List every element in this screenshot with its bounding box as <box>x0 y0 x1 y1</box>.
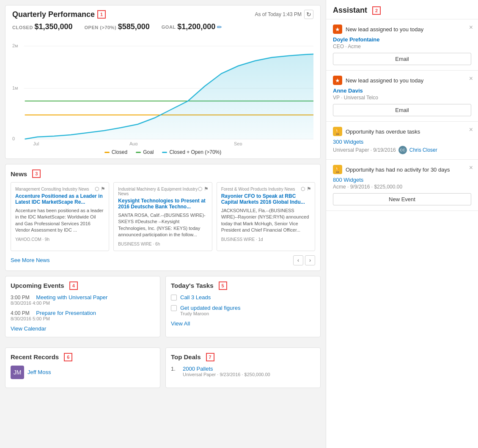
events-title: Upcoming Events <box>11 282 64 289</box>
svg-marker-9 <box>25 54 313 139</box>
email-button-0[interactable]: Email <box>333 53 471 65</box>
news-footer-0: YAHOO.COM · 9h <box>15 237 104 242</box>
record-initials-0: JM <box>14 369 22 376</box>
opp-sub-2: Universal Paper · 9/19/2016 CC Chris Clo… <box>333 146 471 154</box>
todays-tasks-section: Today's Tasks 5 Call 3 Leads Get updated… <box>165 276 321 337</box>
close-card-3[interactable]: × <box>469 164 473 172</box>
event-row-0: 3:00 PM Meeting with Universal Paper 8/3… <box>11 294 155 306</box>
open-label: OPEN (>70%) <box>85 25 117 30</box>
news-headline-1[interactable]: Keysight Technologies to Present at 2016… <box>118 198 207 210</box>
lead-role-1: VP · Universal Telco <box>333 95 471 101</box>
timestamp: As of Today 1:43 PM ↻ <box>255 10 313 19</box>
opp-name-2[interactable]: 300 Widgets <box>333 139 471 145</box>
news-flag-icon-1[interactable]: ⚑ <box>204 186 209 192</box>
assistant-card-1: × ★ New lead assigned to you today Anne … <box>326 71 478 122</box>
news-section: News 3 ⬡ ⚑ Management Consulting Industr… <box>5 164 321 271</box>
section-badge-1: 1 <box>97 10 106 19</box>
view-all-tasks-link[interactable]: View All <box>171 320 315 327</box>
task-checkbox-1[interactable] <box>171 305 177 311</box>
refresh-button[interactable]: ↻ <box>304 10 313 19</box>
close-card-1[interactable]: × <box>469 75 473 82</box>
opp-avatar-2: CC <box>398 146 407 154</box>
news-headline-0[interactable]: Accenture Positioned as a Leader in Late… <box>15 193 104 205</box>
open-value: $585,000 <box>118 22 150 31</box>
news-flag-icon-2[interactable]: ⚑ <box>307 186 311 192</box>
email-button-1[interactable]: Email <box>333 104 471 116</box>
recent-records-section: Recent Records 6 JM Jeff Moss <box>5 347 160 388</box>
deals-badge: 7 <box>206 353 214 361</box>
svg-text:Aug: Aug <box>129 141 137 145</box>
events-badge: 4 <box>69 281 78 290</box>
assistant-card-3: × 🏆 Opportunity has had no activity for … <box>326 160 478 211</box>
opp-person-link-2[interactable]: Chris Closer <box>409 147 437 153</box>
task-row-0: Call 3 Leads <box>171 294 315 300</box>
close-card-0[interactable]: × <box>469 24 473 31</box>
event-time-1: 4:00 PM <box>11 310 30 316</box>
record-name-0[interactable]: Jeff Moss <box>27 369 51 375</box>
news-grid: ⬡ ⚑ Management Consulting Industry News … <box>11 182 315 251</box>
svg-text:1м: 1м <box>12 85 18 90</box>
new-event-button-3[interactable]: New Event <box>333 193 471 205</box>
news-footer-2: BUSINESS WIRE · 1d <box>221 237 310 242</box>
opp-name-3[interactable]: 800 Widgets <box>333 177 471 183</box>
news-article-2: ⬡ ⚑ Forest & Wood Products Industry News… <box>217 182 315 251</box>
svg-text:Jul: Jul <box>33 141 39 145</box>
assistant-badge: 2 <box>372 6 381 15</box>
legend-closed-open: Closed + Open (>70%) <box>169 149 221 155</box>
legend-goal: Goal <box>143 149 154 155</box>
news-source-0: Management Consulting Industry News <box>15 187 104 191</box>
news-share-icon-1[interactable]: ⬡ <box>198 186 202 192</box>
event-time-0: 3:00 PM <box>11 295 30 300</box>
trophy-icon-3: 🏆 <box>333 165 342 174</box>
news-flag-icon-0[interactable]: ⚑ <box>101 186 105 192</box>
task-name-0[interactable]: Call 3 Leads <box>180 294 211 300</box>
lead-role-0: CEO · Acme <box>333 44 471 49</box>
lead-name-0[interactable]: Doyle Prefontaine <box>333 36 471 43</box>
lead-name-1[interactable]: Anne Davis <box>333 87 471 94</box>
deal-num-0: 1. <box>171 366 179 372</box>
chart-legend: Closed Goal Closed + Open (>70%) <box>12 149 313 155</box>
records-title: Recent Records <box>11 353 59 361</box>
tasks-title: Today's Tasks <box>171 282 214 289</box>
closed-value: $1,350,000 <box>34 22 72 31</box>
deals-title: Top Deals <box>171 353 201 361</box>
edit-goal-icon[interactable]: ✏ <box>217 24 222 30</box>
legend-closed: Closed <box>112 149 127 155</box>
event-date-1: 8/30/2016 5:00 PM <box>11 316 155 321</box>
assistant-card-2: × 🏆 Opportunity has overdue tasks 300 Wi… <box>326 122 478 160</box>
news-share-icon-0[interactable]: ⬡ <box>95 186 99 192</box>
event-name-1[interactable]: Prepare for Presentation <box>36 310 96 316</box>
close-card-2[interactable]: × <box>469 126 473 134</box>
goal-value: $1,200,000 <box>177 22 215 31</box>
event-date-0: 8/30/2016 4:00 PM <box>11 300 155 306</box>
news-prev-button[interactable]: ‹ <box>293 255 303 265</box>
opp-sub-3: Acme · 9/9/2016 · $225,000.00 <box>333 184 471 190</box>
tasks-badge: 5 <box>219 281 227 290</box>
page-title: Quarterly Performance <box>12 10 95 19</box>
event-name-0[interactable]: Meeting with Universal Paper <box>36 294 107 300</box>
view-calendar-link[interactable]: View Calendar <box>11 325 155 332</box>
news-snippet-0: Accenture has been positioned as a leade… <box>15 208 104 234</box>
task-checkbox-0[interactable] <box>171 295 177 300</box>
deal-name-0[interactable]: 2000 Pallets <box>183 366 270 372</box>
news-snippet-1: SANTA ROSA, Calif.--(BUSINESS WIRE)- SKE… <box>118 212 207 238</box>
card-title-1: New lead assigned to you today <box>346 77 423 84</box>
news-share-icon-2[interactable]: ⬡ <box>301 186 305 192</box>
news-source-1: Industrial Machinery & Equipment Industr… <box>118 187 207 196</box>
performance-chart: 2м 1м 0 Jul Aug Sep <box>12 36 313 145</box>
task-name-1[interactable]: Get updated deal figures <box>180 305 240 311</box>
event-row-1: 4:00 PM Prepare for Presentation 8/30/20… <box>11 310 155 321</box>
card-title-3: Opportunity has had no activity for 30 d… <box>346 167 450 173</box>
svg-text:2м: 2м <box>12 43 18 48</box>
star-icon-1: ★ <box>333 76 342 85</box>
assistant-title: Assistant <box>333 6 367 15</box>
assistant-panel: Assistant 2 × ★ New lead assigned to you… <box>326 0 478 448</box>
news-headline-2[interactable]: Rayonier CFO to Speak at RBC Capital Mar… <box>221 193 310 205</box>
task-person-1: Trudy Maroon <box>180 311 240 316</box>
see-more-news-link[interactable]: See More News <box>11 257 49 263</box>
deal-row-0: 1. 2000 Pallets Universal Paper · 9/23/2… <box>171 366 315 377</box>
news-source-2: Forest & Wood Products Industry News <box>221 187 310 191</box>
closed-label: CLOSED <box>12 25 33 30</box>
news-article-1: ⬡ ⚑ Industrial Machinery & Equipment Ind… <box>113 182 212 251</box>
news-next-button[interactable]: › <box>305 255 315 265</box>
